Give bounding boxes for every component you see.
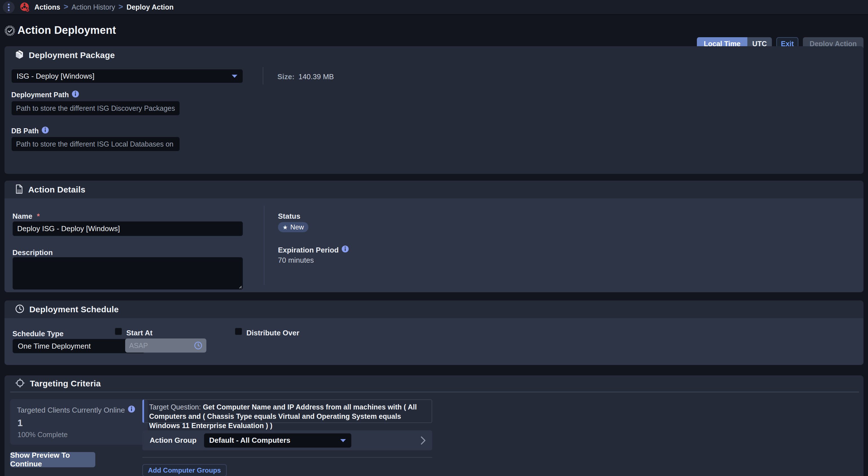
top-navigation-bar: Actions > Action History > Deploy Action: [0, 0, 868, 15]
package-cube-icon: [15, 50, 24, 60]
seal-check-icon: [4, 25, 16, 38]
name-label-text: Name: [12, 212, 32, 221]
page-title: Action Deployment: [18, 24, 116, 36]
action-group-label: Action Group: [150, 436, 196, 445]
db-path-label-text: DB Path: [11, 127, 39, 135]
targeted-clients-label-text: Targeted Clients Currently Online: [17, 406, 125, 415]
action-details-body: Name * Description Status ★ New Expirati…: [4, 198, 864, 292]
target-question-prefix: Target Question:: [149, 403, 203, 411]
kebab-dot: [8, 9, 9, 11]
clock-icon: [15, 305, 24, 315]
targeted-clients-card: Targeted Clients Currently Online 1 100%…: [10, 399, 148, 445]
status-badge: ★ New: [278, 222, 308, 232]
breadcrumb: Actions > Action History > Deploy Action: [34, 3, 174, 12]
deployment-path-input[interactable]: [11, 101, 180, 116]
chevron-right-icon[interactable]: [420, 436, 426, 445]
crosshair-icon: [15, 378, 25, 389]
breadcrumb-separator-icon: >: [118, 3, 123, 12]
targeting-criteria-header: Targeting Criteria: [4, 375, 864, 392]
deployment-package-header: Deployment Package: [4, 46, 864, 64]
package-size: Size: 140.39 MB: [277, 72, 334, 81]
deployment-package-section: Deployment Package ISG - Deploy [Windows…: [4, 46, 864, 174]
description-textarea[interactable]: [12, 257, 243, 290]
targeting-criteria-section: Targeting Criteria Targeted Clients Curr…: [4, 375, 864, 476]
targeted-clients-count: 1: [18, 418, 23, 429]
kebab-dot: [8, 6, 9, 8]
status-label-text: Status: [278, 212, 300, 221]
vertical-divider: [263, 67, 263, 85]
page-header: Action Deployment Local Time UTC Exit De…: [0, 15, 868, 46]
package-select[interactable]: ISG - Deploy [Windows]: [11, 69, 243, 83]
action-details-header: Action Details: [4, 181, 864, 198]
row-divider: [143, 457, 432, 458]
targeted-clients-progress: 100% Complete: [18, 431, 68, 439]
deployment-schedule-header: Deployment Schedule: [4, 300, 864, 318]
caret-down-icon: [231, 74, 238, 78]
app-menu-button[interactable]: [3, 1, 15, 13]
deployment-path-label: Deployment Path: [11, 90, 79, 99]
deployment-schedule-body: Schedule Type One Time Deployment Start …: [4, 318, 864, 365]
header-divider: [10, 392, 859, 392]
info-icon[interactable]: [41, 126, 49, 135]
info-icon[interactable]: [128, 405, 135, 415]
package-select-value: ISG - Deploy [Windows]: [17, 72, 94, 81]
info-icon[interactable]: [341, 245, 349, 255]
action-group-select[interactable]: Default - All Computers: [204, 433, 351, 448]
expiration-period-label: Expiration Period: [278, 245, 349, 255]
start-at-label-text: Start At: [126, 328, 153, 337]
deployment-schedule-section: Deployment Schedule Schedule Type One Ti…: [4, 300, 864, 365]
section-title: Deployment Package: [29, 51, 115, 60]
distribute-over-label: Distribute Over: [246, 328, 300, 337]
start-at-checkbox[interactable]: [115, 328, 122, 335]
clock-picker-icon[interactable]: [194, 341, 203, 350]
distribute-over-checkbox[interactable]: [235, 328, 242, 335]
expiration-label-text: Expiration Period: [278, 246, 339, 254]
schedule-type-value: One Time Deployment: [18, 342, 91, 351]
add-computer-groups-button[interactable]: Add Computer Groups: [143, 464, 227, 476]
breadcrumb-action-history[interactable]: Action History: [72, 3, 115, 11]
schedule-type-label: Schedule Type: [12, 329, 64, 338]
breadcrumb-separator-icon: >: [64, 3, 68, 12]
action-details-section: Action Details Name * Description Status…: [4, 181, 864, 292]
section-title: Deployment Schedule: [29, 305, 119, 314]
db-path-label: DB Path: [11, 126, 49, 135]
kebab-dot: [8, 4, 9, 5]
size-value: 140.39 MB: [299, 72, 334, 81]
deployment-path-label-text: Deployment Path: [11, 91, 69, 99]
breadcrumb-deploy-action: Deploy Action: [127, 3, 174, 11]
start-at-label: Start At: [126, 328, 153, 337]
schedule-type-label-text: Schedule Type: [12, 329, 64, 338]
breadcrumb-actions[interactable]: Actions: [34, 3, 60, 11]
action-group-row: Action Group Default - All Computers: [143, 430, 432, 450]
start-at-placeholder: ASAP: [129, 342, 148, 350]
name-label: Name *: [12, 212, 40, 221]
caret-down-icon: [340, 439, 346, 442]
targeted-clients-label: Targeted Clients Currently Online: [17, 405, 135, 415]
description-label: Description: [12, 248, 53, 257]
section-title: Targeting Criteria: [30, 379, 101, 388]
action-group-value: Default - All Computers: [209, 436, 290, 445]
distribute-over-label-text: Distribute Over: [246, 328, 300, 337]
star-icon: ★: [282, 224, 288, 230]
status-badge-text: New: [290, 223, 304, 231]
status-label: Status: [278, 212, 300, 221]
info-icon[interactable]: [72, 90, 79, 99]
expiration-value: 70 minutes: [278, 256, 314, 265]
section-title: Action Details: [28, 185, 86, 194]
db-path-input[interactable]: [11, 137, 180, 151]
vertical-divider: [264, 206, 265, 285]
size-label: Size:: [277, 72, 294, 81]
document-icon: [15, 184, 23, 195]
description-label-text: Description: [12, 248, 53, 257]
required-asterisk: *: [37, 212, 40, 221]
action-name-input[interactable]: [12, 221, 243, 236]
show-preview-button[interactable]: Show Preview To Continue: [10, 452, 95, 467]
actions-logo-icon: [19, 2, 30, 13]
target-question-box: Target Question: Get Computer Name and I…: [143, 399, 432, 423]
start-at-input[interactable]: ASAP: [125, 339, 206, 353]
